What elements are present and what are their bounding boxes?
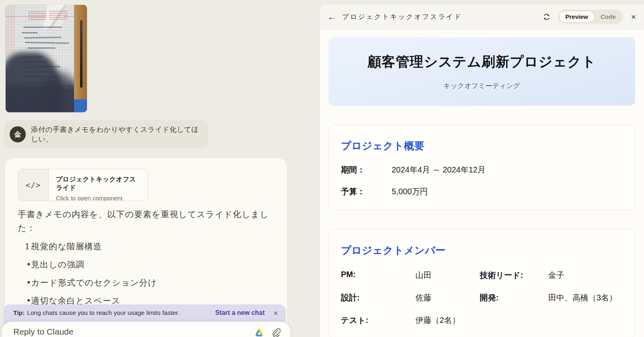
artifact-panel: ← プロジェクトキックオフスライド Preview Code × 顧客管理システ…	[319, 4, 644, 337]
overview-card: プロジェクト概要 期間： 2024年4月 ～ 2024年12月 予算： 5,00…	[328, 125, 635, 210]
google-drive-icon[interactable]	[255, 329, 264, 337]
paperclip-icon[interactable]	[272, 328, 281, 337]
response-intro: 手書きメモの内容を、以下の要素を重視してスライド化しました：	[18, 208, 272, 235]
member-row: PM: 山田	[341, 270, 480, 281]
reply-composer[interactable]: Reply to Claude	[2, 322, 290, 337]
artifact-chip-title: プロジェクトキックオフスライド	[56, 175, 141, 192]
members-card: プロジェクトメンバー PM: 山田 技術リード: 金子 設計: 佐藤 開発: 田…	[328, 229, 635, 337]
overview-heading: プロジェクト概要	[341, 139, 623, 152]
artifact-chip-subtitle: Click to open component	[56, 195, 141, 201]
slide-title: 顧客管理システム刷新プロジェクト	[367, 53, 596, 71]
pen	[80, 20, 83, 88]
tip-label: Tip:	[13, 309, 25, 316]
artifact-panel-header: ← プロジェクトキックオフスライド Preview Code ×	[320, 4, 644, 29]
panel-close-icon[interactable]: ×	[631, 12, 636, 21]
artifact-title: プロジェクトキックオフスライド	[342, 12, 462, 21]
list-number: 1.	[18, 241, 30, 252]
member-row: 技術リード: 金子	[480, 270, 623, 281]
start-new-chat-link[interactable]: Start a new chat	[215, 309, 265, 316]
members-heading: プロジェクトメンバー	[341, 244, 623, 257]
slide-hero: 顧客管理システム刷新プロジェクト キックオフミーティング	[328, 37, 635, 106]
chat-pane: 金 添付の手書きメモをわかりやすくスライド化してほしい。 </> プロジェクトキ…	[0, 0, 319, 337]
member-row: 設計: 佐藤	[341, 292, 480, 303]
mini-calendar	[49, 11, 68, 20]
wood-desk	[74, 5, 87, 112]
member-row: テスト: 伊藤（2名）	[341, 315, 480, 326]
user-message: 金 添付の手書きメモをわかりやすくスライド化してほしい。	[4, 120, 208, 148]
tip-close-icon[interactable]: ×	[273, 309, 278, 317]
list-item: • 見出しの強調	[18, 259, 277, 270]
preview-code-toggle: Preview Code	[558, 10, 623, 24]
code-icon: </>	[18, 169, 49, 201]
photo-shadow	[6, 85, 82, 112]
slide-preview: 顧客管理システム刷新プロジェクト キックオフミーティング プロジェクト概要 期間…	[320, 29, 644, 337]
tab-code[interactable]: Code	[594, 11, 622, 22]
composer-placeholder: Reply to Claude	[13, 327, 73, 337]
attachment-thumbnail[interactable]	[6, 5, 87, 112]
response-list: 1. 視覚的な階層構造 • 見出しの強調 • カード形式でのセクション分け • …	[18, 241, 277, 306]
list-item: 1. 視覚的な階層構造	[18, 241, 277, 252]
member-row: 開発: 田中、高橋（3名）	[480, 292, 623, 303]
bullet-icon: •	[18, 277, 30, 288]
artifact-chip[interactable]: </> プロジェクトキックオフスライド Click to open compon…	[18, 169, 148, 201]
overview-row: 期間： 2024年4月 ～ 2024年12月	[341, 164, 623, 175]
list-item: • カード形式でのセクション分け	[18, 277, 277, 288]
overview-row: 予算： 5,000万円	[341, 186, 623, 197]
bullet-icon: •	[18, 259, 30, 270]
user-avatar: 金	[10, 126, 26, 142]
back-button[interactable]: ←	[328, 12, 336, 21]
mini-calendar	[28, 11, 47, 20]
slide-subtitle: キックオフミーティング	[444, 81, 520, 90]
tab-preview[interactable]: Preview	[559, 11, 595, 23]
user-message-text: 添付の手書きメモをわかりやすくスライド化してほしい。	[31, 125, 200, 144]
refresh-icon[interactable]	[543, 13, 551, 21]
tip-message: Long chats cause you to reach your usage…	[27, 309, 179, 316]
